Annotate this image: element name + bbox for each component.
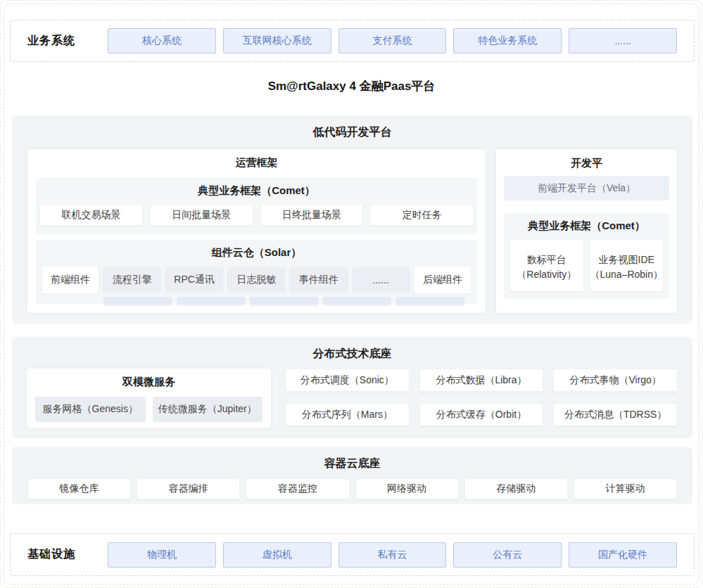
dev-platform-title: 开发平: [496, 149, 677, 170]
distributed-scheduling-sonic[interactable]: 分布式调度（Sonic）: [285, 369, 410, 392]
infra-private-cloud[interactable]: 私有云: [338, 542, 447, 568]
comet-item-eod-batch[interactable]: 日终批量场景: [260, 204, 364, 226]
solar-frontend-component[interactable]: 前端组件: [42, 266, 99, 294]
business-system-more[interactable]: ......: [569, 28, 677, 53]
distributed-cache-orbit[interactable]: 分布式缓存（Orbit）: [419, 403, 544, 426]
solar-item-rpc[interactable]: RPC通讯: [165, 267, 223, 293]
comet-item-scheduled-task[interactable]: 定时任务: [370, 204, 474, 226]
solar-component-title: 组件云仓（Solar）: [36, 240, 477, 266]
solar-item-workflow-engine[interactable]: 流程引擎: [103, 267, 161, 293]
network-driver[interactable]: 网络驱动: [355, 478, 459, 499]
solar-component-box: 组件云仓（Solar） 前端组件 流程引擎 RPC通讯 日志脱敏 事件组件 ..…: [36, 240, 477, 304]
dual-microservice-box: 双模微服务 服务网格（Genesis） 传统微服务（Jupiter）: [27, 369, 271, 428]
business-system-core[interactable]: 核心系统: [108, 28, 216, 53]
container-cloud-title: 容器云底座: [12, 447, 692, 471]
comet-item-daytime-batch[interactable]: 日间批量场景: [150, 204, 253, 226]
image-registry[interactable]: 镜像仓库: [27, 478, 131, 499]
service-mesh-genesis[interactable]: 服务网格（Genesis）: [35, 397, 146, 422]
distributed-data-libra[interactable]: 分布式数据（Libra）: [419, 369, 544, 392]
infra-physical-machine[interactable]: 物理机: [108, 542, 216, 568]
container-cloud-section: 容器云底座 镜像仓库 容器编排 容器监控 网络驱动 存储驱动 计算驱动: [12, 447, 692, 504]
compute-driver[interactable]: 计算驱动: [574, 478, 677, 499]
infrastructure-row: 基础设施 物理机 虚拟机 私有云 公有云 国产化硬件: [10, 533, 695, 576]
distributed-message-tdrss[interactable]: 分布式消息（TDRSS）: [553, 403, 678, 426]
business-system-payment[interactable]: 支付系统: [338, 28, 447, 53]
comet-items-row: 联机交易场景 日间批量场景 日终批量场景 定时任务: [36, 204, 477, 234]
distributed-columns: 双模微服务 服务网格（Genesis） 传统微服务（Jupiter） 分布式调度…: [12, 362, 692, 428]
diagram-card: 业务系统 核心系统 互联网核心系统 支付系统 特色业务系统 ...... Sm@…: [0, 0, 703, 588]
solar-item-more[interactable]: ......: [352, 267, 410, 293]
traditional-microservice-jupiter[interactable]: 传统微服务（Jupiter）: [153, 397, 263, 422]
solar-item-log-masking[interactable]: 日志脱敏: [227, 267, 286, 293]
infra-public-cloud[interactable]: 公有云: [453, 542, 562, 568]
distributed-grid: 分布式调度（Sonic） 分布式数据（Libra） 分布式事物（Virgo） 分…: [285, 369, 678, 428]
business-systems-label: 业务系统: [27, 34, 101, 49]
luna-robin-ide-code: （Luna–Robin）: [590, 267, 664, 282]
relativity-platform[interactable]: 数标平台 （Relativity）: [509, 239, 584, 292]
distributed-transaction-virgo[interactable]: 分布式事物（Virgo）: [553, 369, 678, 392]
distributed-section: 分布式技术底座 双模微服务 服务网格（Genesis） 传统微服务（Jupite…: [12, 337, 692, 438]
dual-microservice-title: 双模微服务: [27, 369, 271, 397]
container-monitoring[interactable]: 容器监控: [246, 478, 349, 499]
business-system-internet-core[interactable]: 互联网核心系统: [223, 28, 331, 53]
distributed-section-title: 分布式技术底座: [12, 337, 692, 362]
infra-virtual-machine[interactable]: 虚拟机: [223, 542, 331, 568]
business-systems-row: 业务系统 核心系统 互联网核心系统 支付系统 特色业务系统 ......: [10, 20, 695, 62]
page-title: Sm@rtGalaxy 4 金融Paas平台: [1, 78, 702, 94]
luna-robin-ide[interactable]: 业务视图IDE （Luna–Robin）: [590, 239, 664, 292]
container-cloud-row: 镜像仓库 容器编排 容器监控 网络驱动 存储驱动 计算驱动: [27, 478, 677, 499]
infrastructure-label: 基础设施: [27, 547, 101, 562]
storage-driver[interactable]: 存储驱动: [464, 478, 568, 499]
comet-framework-box: 典型业务框架（Comet） 联机交易场景 日间批量场景 日终批量场景 定时任务: [36, 178, 477, 234]
comet-item-online-trading[interactable]: 联机交易场景: [39, 204, 143, 226]
luna-robin-ide-name: 业务视图IDE: [599, 253, 654, 267]
vela-frontend-platform[interactable]: 前端开发平台（Vela）: [504, 176, 669, 200]
low-code-columns: 运营框架 典型业务框架（Comet） 联机交易场景 日间批量场景 日终批量场景 …: [12, 140, 692, 313]
dual-microservice-row: 服务网格（Genesis） 传统微服务（Jupiter）: [27, 397, 271, 422]
comet-framework-title: 典型业务框架（Comet）: [36, 178, 477, 204]
solar-item-event-component[interactable]: 事件组件: [289, 267, 348, 293]
distributed-sequence-mars[interactable]: 分布式序列（Mars）: [285, 403, 410, 426]
dev-comet-title: 典型业务框架（Comet）: [504, 213, 669, 239]
solar-items-row: 前端组件 流程引擎 RPC通讯 日志脱敏 事件组件 ...... 后端组件: [36, 266, 477, 304]
relativity-platform-name: 数标平台: [527, 253, 566, 267]
operation-framework-box: 运营框架 典型业务框架（Comet） 联机交易场景 日间批量场景 日终批量场景 …: [27, 149, 486, 313]
dev-comet-items-row: 数标平台 （Relativity） 业务视图IDE （Luna–Robin）: [504, 239, 669, 292]
business-system-special[interactable]: 特色业务系统: [453, 28, 562, 53]
solar-backend-component[interactable]: 后端组件: [414, 266, 471, 294]
relativity-platform-code: （Relativity）: [517, 267, 576, 282]
operation-framework-title: 运营框架: [27, 149, 486, 178]
low-code-section-title: 低代码开发平台: [12, 115, 692, 140]
container-orchestration[interactable]: 容器编排: [137, 478, 240, 499]
dev-comet-box: 典型业务框架（Comet） 数标平台 （Relativity） 业务视图IDE …: [504, 213, 669, 299]
low-code-section: 低代码开发平台 运营框架 典型业务框架（Comet） 联机交易场景 日间批量场景…: [12, 115, 692, 324]
dev-platform-box: 开发平 前端开发平台（Vela） 典型业务框架（Comet） 数标平台 （Rel…: [496, 149, 677, 313]
infra-domestic-hardware[interactable]: 国产化硬件: [569, 542, 677, 568]
